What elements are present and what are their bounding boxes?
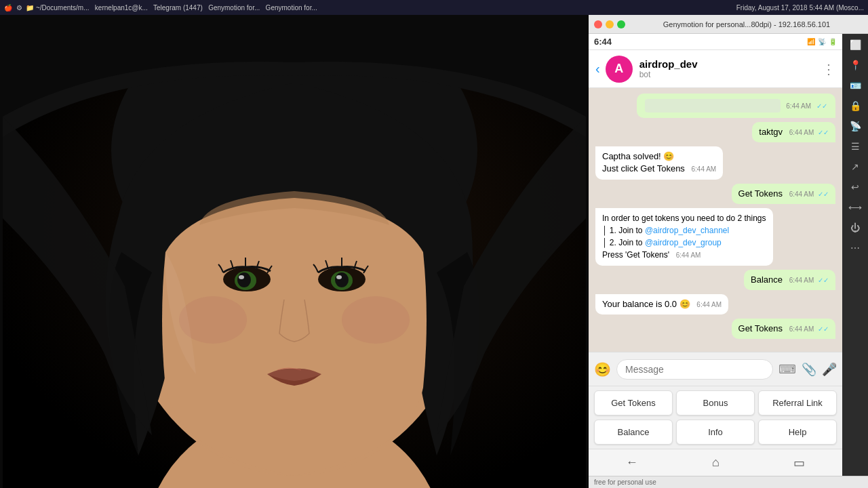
bot-keyboard-row2: Balance Info Help	[589, 420, 842, 449]
chat-header: ‹ A airdrop_dev bot ⋮	[589, 50, 842, 88]
minimize-window-btn[interactable]	[606, 20, 614, 28]
sidebar-more-icon[interactable]: ⋯	[850, 243, 860, 253]
get-tokens-button[interactable]: Get Tokens	[594, 390, 673, 415]
msg-text: Get Tokens	[738, 323, 783, 333]
sidebar-gps-icon[interactable]: 📍	[850, 60, 861, 70]
os-topbar: 🍎 ⚙ 📁 ~/Documents/m... kernelpan1c@k... …	[0, 0, 868, 15]
msg-text: Get Tokens	[738, 188, 783, 199]
chat-status: bot	[639, 70, 822, 79]
back-nav-button[interactable]: ←	[626, 455, 638, 470]
android-statusbar: 6:44 📶 📡 🔋	[589, 34, 842, 50]
referral-link-button[interactable]: Referral Link	[758, 390, 837, 415]
footer-text: free for personal use	[594, 479, 656, 486]
window-controls[interactable]	[594, 20, 625, 28]
sidebar-lock-icon[interactable]: 🔒	[850, 100, 861, 111]
statusbar-icons: 📶 📡 🔋	[807, 38, 837, 45]
signal-icon: 📡	[818, 38, 826, 45]
os-taskbar-items: 🍎 ⚙ 📁 ~/Documents/m... kernelpan1c@k... …	[4, 4, 317, 12]
back-button[interactable]: ‹	[595, 61, 600, 77]
os-datetime: Friday, August 17, 2018 5:44 AM (Mosco..…	[736, 4, 864, 12]
os-taskbar-right: Friday, August 17, 2018 5:44 AM (Mosco..…	[736, 4, 864, 12]
battery-icon: 🔋	[829, 38, 837, 45]
msg-join2: │ 2. Join to @airdrop_dev_group	[602, 238, 722, 247]
face-svg	[0, 15, 589, 488]
input-icons: ⌨ 📎 🎤	[778, 362, 837, 377]
sidebar-rss-icon[interactable]: 📡	[850, 121, 861, 131]
sidebar-power-icon[interactable]: ⏻	[850, 222, 860, 233]
info-button[interactable]: Info	[676, 420, 755, 445]
chat-info: airdrop_dev bot	[639, 58, 822, 79]
home-nav-button[interactable]: ⌂	[712, 455, 719, 470]
svg-point-14	[342, 296, 410, 344]
close-window-btn[interactable]	[594, 20, 602, 28]
sidebar-back-icon[interactable]: ↩	[851, 182, 859, 192]
blurred-text	[645, 99, 781, 113]
msg-text: Balance	[751, 274, 783, 285]
recent-nav-button[interactable]: ▭	[793, 455, 805, 470]
svg-point-11	[335, 272, 349, 287]
sidebar-resize-icon[interactable]: ⟷	[848, 202, 862, 213]
chat-messages[interactable]: 6:44 AM ✓✓ taktgv 6:44 AM ✓✓ Captha solv…	[589, 88, 842, 352]
msg-text: In order to get tokens you need to do 2 …	[602, 214, 766, 223]
android-navbar: ← ⌂ ▭	[589, 449, 842, 476]
message-input-area: 😊 ⌨ 📎 🎤	[589, 352, 842, 386]
msg-press: Press 'Get Tokens'	[602, 250, 669, 260]
avatar: A	[606, 56, 633, 83]
keyboard-icon[interactable]: ⌨	[778, 362, 796, 377]
msg-text: Captha solved! 😊Just click Get Tokens	[602, 151, 685, 174]
sidebar-display-icon[interactable]: ⬜	[850, 39, 861, 50]
message-in-order: In order to get tokens you need to do 2 …	[595, 208, 773, 266]
genymotion-titlebar: Genymotion for personal...80dpi) - 192.1…	[589, 15, 868, 34]
message-get-tokens-2: Get Tokens 6:44 AM ✓✓	[732, 319, 835, 339]
svg-point-8	[239, 275, 244, 279]
sidebar-share-icon[interactable]: ↗	[851, 161, 859, 172]
phone-screen: 6:44 📶 📡 🔋 ‹ A airdrop_dev bot	[589, 34, 842, 476]
svg-point-12	[336, 275, 342, 279]
sidebar-id-icon[interactable]: 🪪	[850, 80, 861, 91]
message-balance: Balance 6:44 AM ✓✓	[744, 270, 835, 290]
statusbar-time: 6:44	[594, 37, 612, 47]
emoji-button[interactable]: 😊	[594, 361, 611, 378]
os-taskbar-left: 🍎 ⚙ 📁 ~/Documents/m... kernelpan1c@k... …	[4, 4, 317, 12]
msg-text: taktgv	[759, 127, 783, 137]
message-captha: Captha solved! 😊Just click Get Tokens 6:…	[595, 146, 723, 179]
message-balance-value: Your balance is 0.0 😊 6:44 AM	[595, 294, 728, 314]
msg-text: Your balance is 0.0 😊	[602, 299, 690, 309]
chat-name: airdrop_dev	[639, 58, 822, 70]
balance-button[interactable]: Balance	[594, 420, 673, 445]
bonus-button[interactable]: Bonus	[676, 390, 755, 415]
maximize-window-btn[interactable]	[617, 20, 625, 28]
message-taktgv: taktgv 6:44 AM ✓✓	[752, 122, 835, 142]
message-input[interactable]	[616, 359, 773, 380]
attach-icon[interactable]: 📎	[802, 362, 816, 377]
left-decorative-panel	[0, 15, 589, 488]
blurred-message: 6:44 AM ✓✓	[637, 94, 835, 118]
genymotion-sidebar: ⬜ 📍 🪪 🔒 📡 ☰ ↗ ↩ ⟷ ⏻ ⋯	[842, 34, 868, 476]
help-button[interactable]: Help	[758, 420, 837, 445]
genymotion-title: Genymotion for personal...80dpi) - 192.1…	[631, 20, 863, 28]
svg-point-7	[237, 272, 251, 287]
genymotion-window: Genymotion for personal...80dpi) - 192.1…	[589, 15, 868, 488]
genymotion-footer: free for personal use	[589, 476, 868, 488]
mic-icon[interactable]: 🎤	[822, 362, 837, 377]
wifi-icon: 📶	[807, 38, 815, 45]
bot-keyboard-row1: Get Tokens Bonus Referral Link	[589, 386, 842, 420]
message-get-tokens-1: Get Tokens 6:44 AM ✓✓	[732, 184, 835, 204]
sidebar-list-icon[interactable]: ☰	[851, 141, 860, 152]
msg-join1: │ 1. Join to @airdrop_dev_channel	[602, 226, 729, 235]
chat-menu-button[interactable]: ⋮	[822, 61, 835, 77]
